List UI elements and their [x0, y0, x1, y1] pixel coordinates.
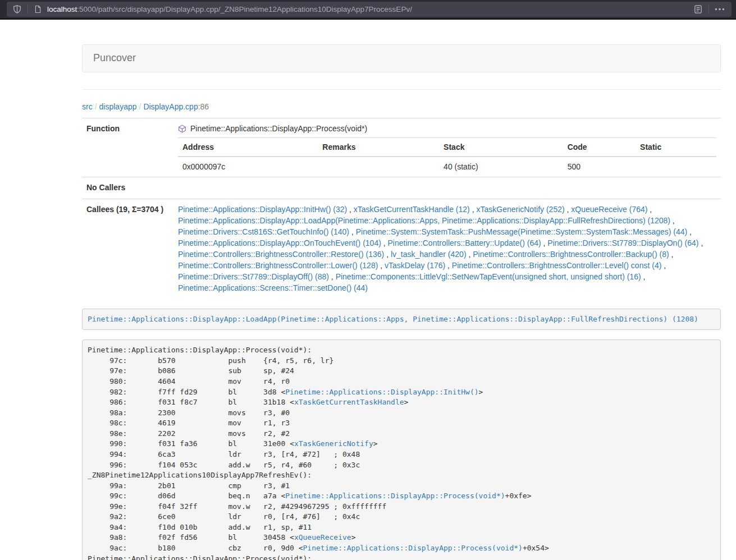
callee-link[interactable]: Pinetime::Drivers::St7789::DisplayOff() …	[178, 272, 329, 281]
breadcrumb-link-file[interactable]: DisplayApp.cpp	[143, 102, 198, 111]
table-row: No Callers	[82, 177, 721, 199]
callee-link[interactable]: xTaskGetCurrentTaskHandle (12)	[354, 205, 470, 214]
brand-link[interactable]: Puncover	[83, 45, 147, 71]
url-path: :5000/path/src/displayapp/DisplayApp.cpp…	[77, 5, 412, 13]
callee-link[interactable]: Pinetime::Controllers::BrightnessControl…	[178, 250, 384, 259]
table-row: 0x0000097c 40 (static) 500	[178, 157, 716, 177]
stack-value: 40 (static)	[439, 157, 563, 177]
disasm-symbol-link[interactable]: Pinetime::Applications::DisplayApp::Init…	[285, 388, 478, 396]
disasm-symbol-link[interactable]: xQueueReceive	[294, 533, 351, 541]
no-callers-label: No Callers	[82, 177, 173, 199]
callees-list: Pinetime::Applications::DisplayApp::Init…	[173, 199, 721, 299]
address-header: Address	[178, 137, 318, 156]
static-value	[636, 157, 716, 177]
callee-link[interactable]: Pinetime::Components::LittleVgl::SetNewT…	[336, 272, 641, 281]
static-header: Static	[636, 137, 716, 156]
disassembly-block: Pinetime::Applications::DisplayApp::Proc…	[82, 339, 721, 560]
main-content: Puncover src/displayapp/DisplayApp.cpp:8…	[82, 44, 721, 560]
breadcrumb-line-number: :86	[198, 102, 209, 111]
address-bar[interactable]: localhost:5000/path/src/displayapp/Displ…	[7, 2, 732, 17]
overflow-menu-icon[interactable]	[715, 8, 725, 11]
shield-icon[interactable]	[12, 4, 22, 14]
callee-link[interactable]: Pinetime::Applications::Screens::Timer::…	[178, 283, 368, 292]
toolbar-divider	[28, 4, 28, 14]
stack-header: Stack	[439, 137, 563, 156]
callee-link[interactable]: xTaskGenericNotify (252)	[476, 205, 564, 214]
page-icon	[34, 5, 42, 13]
breadcrumb-link-src[interactable]: src	[82, 102, 93, 111]
package-icon	[178, 125, 186, 133]
source-snippet: Pinetime::Applications::DisplayApp::Load…	[82, 309, 721, 331]
disasm-symbol-link[interactable]: Pinetime::Applications::DisplayApp::Proc…	[303, 544, 523, 552]
table-header-row: Address Remarks Stack Code Static	[178, 137, 716, 156]
callers-cell	[173, 177, 721, 199]
disasm-symbol-link[interactable]: Pinetime::Applications::DisplayApp::Proc…	[285, 492, 505, 500]
disasm-symbol-link[interactable]: xTaskGetCurrentTaskHandle	[294, 398, 404, 406]
table-row: Callees (19, Σ=3704 ) Pinetime::Applicat…	[82, 199, 721, 299]
callees-label: Callees (19, Σ=3704 )	[82, 199, 173, 299]
callee-link[interactable]: Pinetime::Controllers::BrightnessControl…	[473, 250, 669, 259]
code-value: 500	[563, 157, 636, 177]
table-row: Function Pinetime::Applications::Display…	[82, 118, 721, 177]
remarks-value	[318, 157, 439, 177]
callee-link[interactable]: Pinetime::Controllers::BrightnessControl…	[452, 261, 661, 270]
function-stats-table: Address Remarks Stack Code Static 0x0000…	[178, 137, 716, 177]
disasm-symbol-link[interactable]: xTaskGenericNotify	[294, 439, 373, 448]
callee-link[interactable]: Pinetime::Applications::DisplayApp::OnTo…	[178, 238, 381, 247]
snippet-link[interactable]: Pinetime::Applications::DisplayApp::Load…	[88, 315, 698, 323]
breadcrumb-separator: /	[137, 102, 144, 111]
callee-link[interactable]: Pinetime::Controllers::BrightnessControl…	[178, 261, 378, 270]
callee-link[interactable]: Pinetime::Drivers::St7789::DisplayOn() (…	[547, 238, 698, 247]
address-value: 0x0000097c	[178, 157, 318, 177]
callee-link[interactable]: Pinetime::Controllers::Battery::Update()…	[388, 238, 541, 247]
callee-link[interactable]: Pinetime::Applications::DisplayApp::Load…	[178, 216, 670, 225]
callee-link[interactable]: Pinetime::Applications::DisplayApp::Init…	[178, 205, 347, 214]
breadcrumb-separator: /	[93, 102, 99, 111]
symbol-details-table: Function Pinetime::Applications::Display…	[82, 118, 721, 299]
callee-link[interactable]: Pinetime::System::SystemTask::PushMessag…	[356, 227, 688, 236]
callee-link[interactable]: xQueueReceive (764)	[571, 205, 647, 214]
toolbar-divider	[708, 4, 709, 14]
callee-link[interactable]: vTaskDelay (176)	[385, 261, 445, 270]
breadcrumb-link-displayapp[interactable]: displayapp	[99, 102, 137, 111]
callee-link[interactable]: Pinetime::Drivers::Cst816S::GetTouchInfo…	[178, 227, 349, 236]
callee-link[interactable]: lv_task_handler (420)	[391, 250, 467, 259]
reader-mode-icon[interactable]	[693, 4, 703, 14]
divider	[82, 89, 721, 90]
url-host: localhost	[47, 5, 77, 13]
browser-toolbar: localhost:5000/path/src/displayapp/Displ…	[0, 0, 736, 20]
code-header: Code	[563, 137, 636, 156]
breadcrumb: src/displayapp/DisplayApp.cpp:86	[82, 102, 721, 113]
function-label: Function	[82, 118, 173, 177]
remarks-header: Remarks	[318, 137, 439, 156]
app-header: Puncover	[82, 44, 721, 72]
function-name: Pinetime::Applications::DisplayApp::Proc…	[190, 123, 367, 135]
url-text[interactable]: localhost:5000/path/src/displayapp/Displ…	[47, 4, 693, 15]
